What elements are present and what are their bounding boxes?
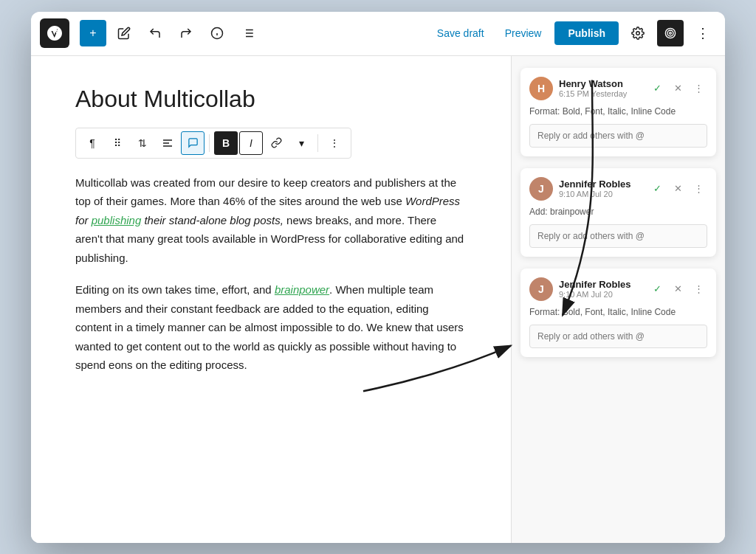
delete-comment-2-button[interactable]: ✕: [669, 180, 687, 198]
preview-button[interactable]: Preview: [498, 23, 549, 44]
paragraph-icon-button[interactable]: ¶: [80, 131, 104, 155]
more-comment-2-button[interactable]: ⋮: [690, 180, 707, 198]
block-more-button[interactable]: ⋮: [323, 131, 346, 155]
comment-meta-1: Henry Watson 6:15 PM Yesterday: [559, 78, 642, 98]
delete-comment-3-button[interactable]: ✕: [669, 280, 687, 298]
main-area: About Multicollab ¶ ⠿ ⇅ B I ▾: [31, 56, 725, 543]
comment-button[interactable]: [181, 131, 205, 155]
comment-actions-2: ✓ ✕ ⋮: [648, 180, 707, 198]
svg-point-11: [667, 30, 673, 36]
undo-button[interactable]: [142, 20, 168, 46]
wp-logo: [40, 18, 69, 48]
svg-point-12: [670, 32, 672, 35]
more-comment-3-button[interactable]: ⋮: [690, 280, 707, 298]
resolve-comment-3-button[interactable]: ✓: [648, 280, 666, 298]
paragraph-1: Multicollab was created from our desire …: [75, 173, 467, 268]
comment-author-1: Henry Watson: [559, 78, 642, 89]
svg-point-9: [636, 32, 640, 35]
divider-1: [209, 134, 210, 152]
save-draft-button[interactable]: Save draft: [430, 23, 492, 44]
add-block-button[interactable]: +: [80, 20, 106, 46]
svg-point-10: [665, 28, 675, 38]
target-button[interactable]: [657, 20, 684, 46]
paragraph-2: Editing on its own takes time, effort, a…: [75, 280, 467, 375]
info-button[interactable]: [204, 20, 230, 46]
avatar-jennifer-2: J: [529, 177, 553, 201]
comment-card-2: J Jennifer Robles 9:10 AM Jul 20 ✓ ✕ ⋮ A…: [520, 168, 716, 257]
pencil-button[interactable]: [111, 20, 137, 46]
comment-time-2: 9:10 AM Jul 20: [559, 190, 642, 198]
comment-time-3: 9:10 AM Jul 20: [559, 290, 642, 299]
comment-author-3: Jennifer Robles: [559, 279, 642, 290]
resolve-comment-2-button[interactable]: ✓: [648, 180, 666, 198]
delete-comment-1-button[interactable]: ✕: [669, 80, 687, 97]
comment-format-1: Format: Bold, Font, Italic, Inline Code: [529, 106, 707, 117]
comment-author-2: Jennifer Robles: [559, 179, 642, 190]
comment-header-3: J Jennifer Robles 9:10 AM Jul 20 ✓ ✕ ⋮: [529, 277, 707, 301]
editor-area: About Multicollab ¶ ⠿ ⇅ B I ▾: [31, 56, 511, 543]
comment-header-2: J Jennifer Robles 9:10 AM Jul 20 ✓ ✕ ⋮: [529, 177, 707, 201]
list-view-button[interactable]: [235, 20, 261, 46]
comment-card-3: J Jennifer Robles 9:10 AM Jul 20 ✓ ✕ ⋮ F…: [520, 269, 716, 357]
toolbar-right: Save draft Preview Publish ⋮: [430, 20, 716, 46]
browser-window: + Save draft Preview Publish ⋮: [31, 12, 725, 543]
settings-button[interactable]: [625, 20, 651, 46]
comment-time-1: 6:15 PM Yesterday: [559, 89, 642, 98]
more-comment-1-button[interactable]: ⋮: [690, 80, 707, 97]
move-arrows-button[interactable]: ⇅: [131, 131, 154, 155]
comments-sidebar: H Henry Watson 6:15 PM Yesterday ✓ ✕ ⋮ F…: [511, 56, 725, 543]
reply-input-1[interactable]: [529, 124, 707, 148]
bold-button[interactable]: B: [214, 131, 238, 155]
toolbar: + Save draft Preview Publish ⋮: [31, 12, 725, 56]
publish-button[interactable]: Publish: [554, 21, 619, 45]
avatar-henry: H: [529, 77, 553, 100]
comment-actions-3: ✓ ✕ ⋮: [648, 280, 707, 298]
comment-meta-3: Jennifer Robles 9:10 AM Jul 20: [559, 279, 642, 299]
more-formats-button[interactable]: ▾: [289, 131, 313, 155]
comment-add-label-2: Add: brainpower: [529, 207, 707, 217]
more-options-button[interactable]: ⋮: [690, 20, 716, 46]
align-button[interactable]: [156, 131, 179, 155]
link-button[interactable]: [264, 131, 288, 155]
divider-2: [317, 134, 318, 152]
reply-input-2[interactable]: [529, 224, 707, 248]
drag-handle-button[interactable]: ⠿: [106, 131, 129, 155]
post-title: About Multicollab: [75, 86, 467, 113]
reply-input-3[interactable]: [529, 325, 707, 348]
resolve-comment-1-button[interactable]: ✓: [648, 80, 666, 97]
editor-content[interactable]: Multicollab was created from our desire …: [75, 173, 467, 375]
comment-meta-2: Jennifer Robles 9:10 AM Jul 20: [559, 179, 642, 198]
redo-button[interactable]: [173, 20, 199, 46]
comment-header-1: H Henry Watson 6:15 PM Yesterday ✓ ✕ ⋮: [529, 77, 707, 100]
comment-actions-1: ✓ ✕ ⋮: [648, 80, 707, 97]
comment-card-1: H Henry Watson 6:15 PM Yesterday ✓ ✕ ⋮ F…: [520, 68, 716, 156]
block-toolbar: ¶ ⠿ ⇅ B I ▾ ⋮: [75, 128, 351, 159]
italic-button[interactable]: I: [239, 131, 263, 155]
comment-format-3: Format: Bold, Font, Italic, Inline Code: [529, 307, 707, 317]
avatar-jennifer-3: J: [529, 277, 553, 301]
